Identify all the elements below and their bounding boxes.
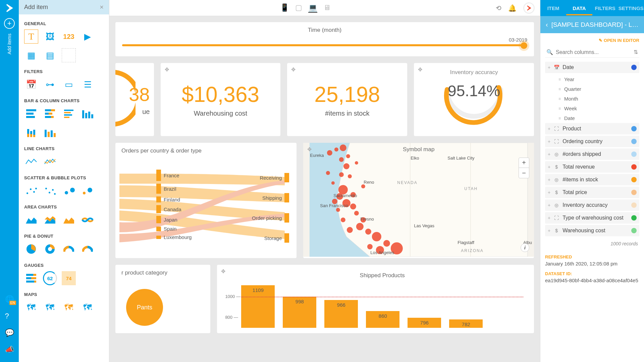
tab-settings[interactable]: SETTINGS: [618, 1, 644, 15]
vbar-icon[interactable]: [80, 107, 95, 121]
map4-icon[interactable]: 🗺: [80, 300, 95, 314]
expand-icon[interactable]: +: [548, 139, 550, 144]
scatter-icon[interactable]: [24, 184, 38, 198]
map-city-label: Las Vegas: [414, 223, 434, 228]
bell-icon[interactable]: 🔔: [508, 4, 517, 12]
map1-icon[interactable]: 🗺: [24, 300, 38, 314]
field-row[interactable]: +◎#orders shipped: [545, 148, 639, 160]
half-donut2-icon[interactable]: [80, 242, 95, 256]
hbar-grouped-icon[interactable]: [62, 107, 76, 121]
bubble-icon[interactable]: [62, 184, 76, 198]
expand-icon[interactable]: +: [548, 190, 550, 195]
vbar-grouped-icon[interactable]: [43, 125, 57, 139]
field-child[interactable]: Month: [545, 94, 639, 104]
brand-avatar[interactable]: [523, 2, 535, 14]
bubble2-icon[interactable]: [80, 184, 95, 198]
zoom-in-button[interactable]: +: [519, 158, 529, 168]
expand-icon[interactable]: +: [548, 164, 550, 170]
stream-icon[interactable]: [80, 213, 95, 227]
field-child[interactable]: Quarter: [545, 84, 639, 94]
expand-icon[interactable]: +: [548, 152, 550, 157]
add-items-label: Add items: [7, 34, 12, 54]
open-in-editor-link[interactable]: OPEN IN EDITOR: [545, 38, 639, 43]
table2-tile-icon[interactable]: ▤: [43, 48, 57, 62]
field-row[interactable]: +$Total price: [545, 187, 639, 198]
area-icon[interactable]: [24, 213, 38, 227]
donut-icon[interactable]: [43, 242, 57, 256]
tablet-icon[interactable]: ▢: [295, 3, 302, 13]
gauge-circle-icon[interactable]: 62: [43, 271, 57, 285]
chat-icon[interactable]: 💬: [5, 328, 14, 337]
field-row[interactable]: +📅Date: [545, 62, 639, 73]
field-row[interactable]: +◎Inventory accuracy: [545, 199, 639, 211]
field-child[interactable]: Date: [545, 113, 639, 123]
help-icon[interactable]: ?: [5, 312, 14, 320]
drag-handle-icon[interactable]: ✥: [291, 66, 296, 73]
date-filter-icon[interactable]: 📅: [24, 77, 38, 92]
map2-icon[interactable]: 🗺: [43, 300, 57, 314]
tab-item[interactable]: ITEM: [540, 1, 566, 15]
field-child[interactable]: Year: [545, 74, 639, 84]
field-row[interactable]: +◎#items in stock: [545, 174, 639, 185]
area-stacked-icon[interactable]: [43, 213, 57, 227]
svg-point-40: [346, 154, 350, 158]
drag-handle-icon[interactable]: ✥: [307, 146, 312, 153]
field-row[interactable]: +$Warehousing cost: [545, 225, 639, 236]
globe-icon[interactable]: 🌐EN: [5, 295, 14, 304]
laptop-icon[interactable]: 💻: [308, 3, 317, 13]
svg-point-35: [361, 184, 365, 188]
tab-filters[interactable]: FILTERS: [592, 1, 618, 15]
gauge-bars-icon[interactable]: [24, 271, 38, 285]
expand-icon[interactable]: +: [548, 202, 550, 208]
field-type-icon: ⛶: [554, 126, 559, 131]
field-row[interactable]: +⛶Ordering country: [545, 136, 639, 147]
line-chart-icon[interactable]: [24, 155, 38, 169]
play-tile-icon[interactable]: ▶: [80, 29, 95, 44]
gauge-square-icon[interactable]: 74: [62, 271, 76, 285]
scatter2-icon[interactable]: [43, 184, 57, 198]
table-tile-icon[interactable]: ▦: [24, 48, 38, 62]
back-icon[interactable]: ‹: [546, 21, 548, 28]
slider-filter-icon[interactable]: ⊶: [43, 77, 57, 92]
field-row[interactable]: +$Total revenue: [545, 161, 639, 173]
megaphone-icon[interactable]: 📣: [5, 345, 14, 354]
list-filter-icon[interactable]: ☰: [80, 77, 95, 92]
expand-icon[interactable]: +: [548, 228, 550, 233]
pie-icon[interactable]: [24, 242, 38, 256]
text-tile-icon[interactable]: T: [24, 29, 38, 44]
phone-icon[interactable]: 📱: [280, 3, 289, 13]
share-icon[interactable]: ⟲: [496, 4, 501, 12]
expand-icon[interactable]: +: [548, 126, 550, 131]
hbar-icon[interactable]: [24, 107, 38, 121]
time-slider-handle[interactable]: [521, 42, 527, 49]
dropdown-filter-icon[interactable]: ▭: [62, 77, 76, 92]
sort-icon[interactable]: ⇅: [634, 49, 638, 55]
expand-icon[interactable]: +: [548, 65, 550, 70]
desktop-icon[interactable]: 🖥: [323, 3, 331, 13]
image-tile-icon[interactable]: 🖼: [43, 29, 57, 44]
tab-data[interactable]: DATA: [566, 1, 592, 15]
add-items-button[interactable]: +: [4, 18, 15, 29]
field-row[interactable]: +⛶Product: [545, 123, 639, 134]
kpi-accuracy-value: 95.14%: [448, 82, 500, 100]
multiline-chart-icon[interactable]: [43, 155, 57, 169]
field-child[interactable]: Week: [545, 104, 639, 113]
half-donut-icon[interactable]: [62, 242, 76, 256]
zoom-out-button[interactable]: −: [519, 168, 529, 178]
search-columns-input[interactable]: [556, 49, 631, 55]
map-info-icon[interactable]: i: [521, 243, 529, 252]
time-slider[interactable]: [122, 44, 527, 46]
number-tile-icon[interactable]: 123: [62, 29, 76, 44]
drag-handle-icon[interactable]: ✥: [418, 66, 422, 73]
expand-icon[interactable]: +: [548, 177, 550, 182]
area-orange-icon[interactable]: [62, 213, 76, 227]
map3-icon[interactable]: 🗺: [62, 300, 76, 314]
expand-icon[interactable]: +: [548, 215, 550, 221]
dataset-title: [SAMPLE DASHBOARD] - Log…: [551, 21, 639, 28]
field-row[interactable]: +⛶Type of warehousing cost: [545, 212, 639, 224]
empty-tile-icon[interactable]: [62, 48, 76, 62]
close-icon[interactable]: ×: [100, 3, 104, 11]
hbar-stacked-icon[interactable]: [43, 107, 57, 121]
vbar-stacked-icon[interactable]: [24, 125, 38, 139]
drag-handle-icon[interactable]: ✥: [165, 66, 169, 73]
